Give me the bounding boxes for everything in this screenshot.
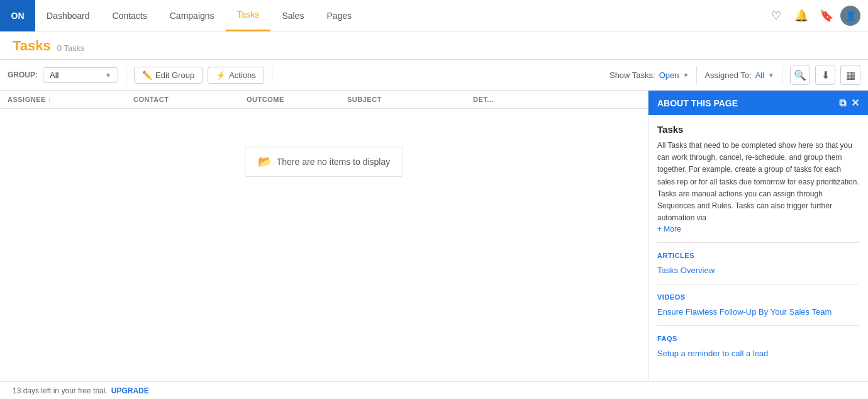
assigned-value: All: [755, 70, 764, 80]
col-header-detail: DET...: [473, 96, 548, 103]
show-tasks-label: Show Tasks:: [609, 70, 655, 80]
actions-label: Actions: [229, 70, 256, 80]
divider-faqs: [657, 325, 859, 326]
about-description: All Tasks that need to be completed show…: [657, 140, 859, 224]
bottom-bar: 13 days left in your free trial. UPGRADE: [0, 381, 868, 399]
nav-item-contacts[interactable]: Contacts: [101, 0, 159, 31]
faqs-heading: FAQS: [657, 335, 859, 342]
about-header-actions: ⧉ ✕: [839, 97, 859, 109]
faq-link-0[interactable]: Setup a reminder to call a lead: [657, 349, 859, 358]
actions-button[interactable]: ⚡ Actions: [208, 67, 264, 84]
logo[interactable]: ON: [0, 0, 35, 31]
group-value: All: [50, 70, 58, 80]
notifications-icon[interactable]: 🔔: [790, 4, 813, 27]
about-panel-title: ABOUT THIS PAGE: [657, 98, 738, 108]
columns-button[interactable]: ▦: [840, 65, 860, 85]
article-link-0[interactable]: Tasks Overview: [657, 266, 859, 275]
group-select[interactable]: All ▼: [43, 67, 118, 83]
assigned-caret-icon: ▼: [768, 72, 774, 79]
assigned-label: Assigned To:: [704, 70, 751, 80]
nav-item-dashboard[interactable]: Dashboard: [35, 0, 101, 31]
search-button[interactable]: 🔍: [790, 65, 810, 85]
toolbar-separator-2: [272, 66, 272, 84]
about-section-title: Tasks: [657, 124, 859, 135]
divider-articles: [657, 242, 859, 243]
group-label: GROUP:: [8, 70, 38, 79]
assigned-group: Assigned To: All ▼: [704, 70, 774, 80]
bookmark-icon[interactable]: 🔖: [815, 4, 838, 27]
content-wrapper: ⬅ ASSIGNEE ↓ CONTACT OUTCOME SUBJECT DET…: [0, 91, 868, 399]
page-header: Tasks 0 Tasks: [0, 31, 868, 60]
show-tasks-group: Show Tasks: Open ▼: [609, 70, 689, 80]
col-header-assignee: ASSIGNEE ↓: [8, 96, 133, 103]
page-count: 0 Tasks: [57, 43, 85, 59]
col-header-contact: CONTACT: [133, 96, 247, 103]
nav-item-pages[interactable]: Pages: [315, 0, 363, 31]
sort-icon-assignee: ↓: [48, 96, 52, 103]
lightning-icon: ⚡: [216, 70, 226, 80]
toolbar-separator-3: [696, 66, 697, 84]
empty-state-text: There are no items to display: [277, 157, 391, 167]
empty-state-icon: 📂: [258, 155, 272, 169]
toolbar: GROUP: All ▼ ✏️ Edit Group ⚡ Actions Sho…: [0, 60, 868, 91]
col-header-subject: SUBJECT: [347, 96, 473, 103]
video-link-0[interactable]: Ensure Flawless Follow-Up By Your Sales …: [657, 307, 859, 317]
top-navigation: ON Dashboard Contacts Campaigns Tasks Sa…: [0, 0, 868, 31]
about-panel-header: ABOUT THIS PAGE ⧉ ✕: [648, 91, 868, 115]
nav-item-campaigns[interactable]: Campaigns: [159, 0, 226, 31]
favorites-icon[interactable]: ♡: [765, 4, 787, 27]
edit-group-button[interactable]: ✏️ Edit Group: [134, 67, 203, 84]
nav-right-icons: ♡ 🔔 🔖 👤: [765, 4, 868, 27]
edit-group-label: Edit Group: [155, 70, 194, 80]
logo-text: ON: [11, 11, 25, 21]
nav-item-sales[interactable]: Sales: [270, 0, 315, 31]
close-panel-icon[interactable]: ✕: [851, 97, 859, 109]
about-more-link[interactable]: + More: [657, 225, 681, 233]
toolbar-separator-1: [126, 66, 126, 84]
page-title: Tasks: [13, 38, 51, 59]
upgrade-link[interactable]: UPGRADE: [111, 386, 149, 395]
main-content: ASSIGNEE ↓ CONTACT OUTCOME SUBJECT DET..…: [0, 91, 648, 399]
nav-items: Dashboard Contacts Campaigns Tasks Sales…: [35, 0, 765, 31]
toolbar-separator-4: [782, 66, 782, 84]
empty-state-container: 📂 There are no items to display: [245, 147, 404, 177]
empty-state: 📂 There are no items to display: [0, 109, 648, 215]
col-header-outcome: OUTCOME: [247, 96, 347, 103]
user-avatar[interactable]: 👤: [840, 6, 860, 26]
videos-heading: VIDEOS: [657, 293, 859, 301]
edit-icon: ✏️: [142, 70, 152, 80]
articles-heading: ARTICLES: [657, 252, 859, 259]
filter-button[interactable]: ⬇: [815, 65, 835, 85]
expand-icon[interactable]: ⧉: [839, 98, 846, 109]
divider-videos: [657, 284, 859, 284]
trial-text: 13 days left in your free trial.: [13, 386, 108, 395]
show-tasks-caret-icon: ▼: [683, 72, 689, 79]
nav-item-tasks[interactable]: Tasks: [226, 0, 271, 31]
show-tasks-value: Open: [659, 70, 679, 80]
table-header: ASSIGNEE ↓ CONTACT OUTCOME SUBJECT DET..…: [0, 91, 648, 109]
group-caret-icon: ▼: [105, 72, 111, 79]
about-panel: ABOUT THIS PAGE ⧉ ✕ Tasks All Tasks that…: [648, 91, 868, 399]
about-panel-body: Tasks All Tasks that need to be complete…: [648, 115, 868, 399]
